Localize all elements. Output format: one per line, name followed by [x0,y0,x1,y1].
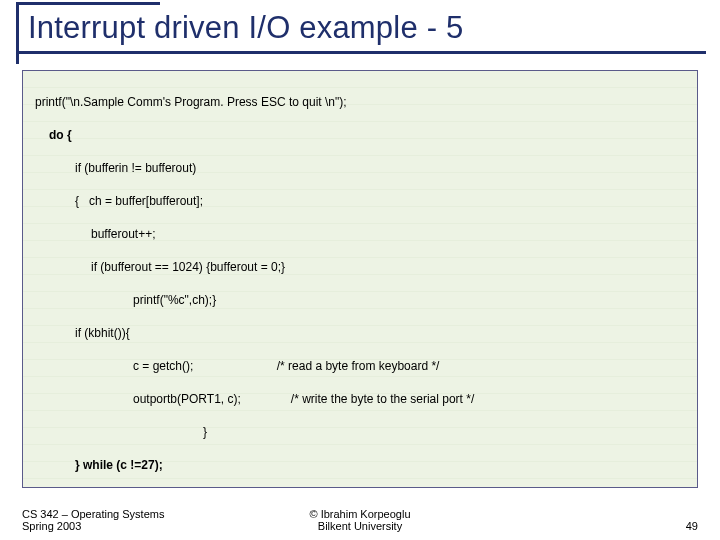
code-line: } while (c !=27); [31,457,689,474]
code-line: printf("%c",ch);} [31,292,689,309]
code-line: do { [31,127,689,144]
title-underline [16,51,706,54]
institution: Bilkent University [22,520,698,532]
code-line: outportb(PORT1, c); /* write the byte to… [31,391,689,408]
code-line: if (bufferout == 1024) {bufferout = 0;} [31,259,689,276]
code-line: c = getch(); /* read a byte from keyboar… [31,358,689,375]
code-block: printf("\n.Sample Comm's Program. Press … [22,70,698,488]
slide: Interrupt driven I/O example - 5 printf(… [0,0,720,540]
code-line: if (bufferin != bufferout) [31,160,689,177]
code-line: { ch = buffer[bufferout]; [31,193,689,210]
code-line: printf("\n.Sample Comm's Program. Press … [31,94,689,111]
copyright: © Ibrahim Korpeoglu [22,508,698,520]
page-title: Interrupt driven I/O example - 5 [28,10,720,46]
footer: CS 342 – Operating Systems Spring 2003 ©… [22,508,698,532]
code-line: } [31,424,689,441]
footer-center: © Ibrahim Korpeoglu Bilkent University [22,508,698,532]
code-line: bufferout++; [31,226,689,243]
title-block: Interrupt driven I/O example - 5 [0,0,720,52]
title-accent-top [16,2,160,5]
title-accent-left [16,2,19,64]
code-line: if (kbhit()){ [31,325,689,342]
